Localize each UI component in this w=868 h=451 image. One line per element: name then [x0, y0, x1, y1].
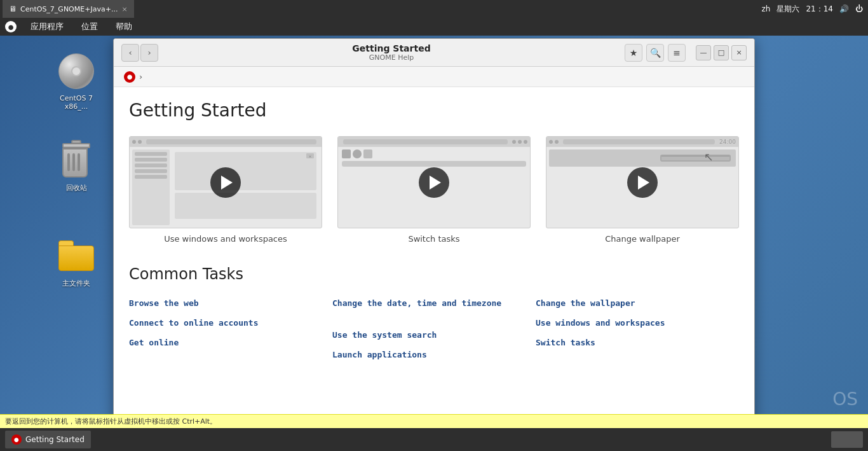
breadcrumb-arrow: › — [139, 72, 142, 81]
power-icon[interactable]: ⏻ — [855, 4, 863, 13]
menu-apps[interactable]: 应用程序 — [27, 20, 67, 34]
os-watermark: OS — [832, 389, 858, 410]
help-window: ‹ › Getting Started GNOME Help ★ 🔍 ≡ — [113, 38, 755, 431]
thumb-app-1 — [342, 149, 351, 158]
vm-topbar: 🖥 CentOS_7_GNOME+Java+... × zh 星期六 21：14… — [0, 0, 868, 18]
task-switch-tasks[interactable]: Switch tasks — [536, 333, 739, 352]
search-button[interactable]: 🔍 — [646, 44, 664, 62]
play-triangle-1 — [221, 176, 233, 190]
sidebar-item-3 — [135, 163, 167, 167]
video-card-switch[interactable]: Switch tasks — [337, 136, 531, 245]
maximize-icon: □ — [718, 48, 724, 57]
minimize-icon: — — [700, 48, 707, 57]
forward-icon: › — [147, 48, 151, 57]
trash-lid — [62, 143, 90, 148]
task-connect-online[interactable]: Connect to online accounts — [129, 313, 332, 333]
gnome-panel: ● 应用程序 位置 帮助 — [0, 18, 868, 36]
window-subtitle: GNOME Help — [369, 53, 414, 62]
status-text: 要返回到您的计算机，请将鼠标指针从虚拟机中移出或按 Ctrl+Alt。 — [5, 417, 217, 426]
video-label-3: Change wallpaper — [605, 233, 680, 245]
task-launch-apps[interactable]: Launch applications — [332, 345, 536, 364]
trash-icon-img — [56, 140, 97, 181]
minimize-button[interactable]: — — [696, 45, 711, 60]
folder-body — [58, 246, 94, 271]
content-area[interactable]: Getting Started — [114, 87, 754, 431]
titlebar-center: Getting Started GNOME Help — [163, 43, 620, 62]
thumb-topbar-3: 24:00 — [546, 137, 738, 147]
gnome-panel-left: ● 应用程序 位置 帮助 — [0, 20, 136, 34]
desktop-icon-disc[interactable]: CentOS 7 x86_... — [51, 51, 102, 111]
window-titlebar: ‹ › Getting Started GNOME Help ★ 🔍 ≡ — [114, 39, 754, 67]
taskbar-thumbnail[interactable] — [831, 431, 863, 448]
task-change-date[interactable]: Change the date, time and timezone — [332, 293, 536, 313]
video-thumbnail-windows[interactable]: × — [129, 136, 322, 228]
thumb-topbar-2 — [338, 137, 530, 147]
task-get-online[interactable]: Get online — [129, 333, 332, 352]
task-system-search[interactable]: Use the system search — [332, 325, 536, 345]
trash-visual — [62, 143, 90, 177]
lang-indicator: zh — [762, 4, 771, 13]
taskbar-app-button[interactable]: ● Getting Started — [5, 431, 91, 448]
trash-label: 回收站 — [66, 183, 87, 193]
vm-tab[interactable]: 🖥 CentOS_7_GNOME+Java+... × — [3, 0, 134, 18]
desktop-icon-folder[interactable]: 主文件夹 — [51, 235, 102, 288]
folder-visual — [58, 240, 94, 271]
menu-places[interactable]: 位置 — [78, 20, 102, 34]
task-change-wallpaper[interactable]: Change the wallpaper — [536, 293, 739, 313]
vm-tab-label: CentOS_7_GNOME+Java+... — [20, 5, 118, 13]
taskbar-app-icon: ● — [11, 434, 22, 445]
thumb-time: 24:00 — [719, 139, 736, 145]
cursor-icon: ↖ — [704, 150, 714, 163]
thumb-settings-panel — [660, 155, 731, 162]
thumb-wallpaper-bg: ↖ — [549, 149, 736, 167]
menu-button[interactable]: ≡ — [668, 44, 686, 62]
vm-close-icon[interactable]: × — [121, 5, 127, 13]
thumb-dot-7 — [555, 140, 559, 144]
video-thumbnail-switch[interactable] — [337, 136, 531, 228]
bookmark-button[interactable]: ★ — [625, 44, 642, 62]
sound-icon[interactable]: 🔊 — [839, 4, 849, 13]
topbar-left: 🖥 CentOS_7_GNOME+Java+... × — [0, 0, 137, 18]
breadcrumb-bar: ● › — [114, 67, 754, 87]
video-thumbnail-wallpaper[interactable]: 24:00 — [546, 136, 739, 228]
folder-label: 主文件夹 — [62, 279, 90, 288]
desktop-icon-trash[interactable]: 回收站 — [51, 140, 102, 193]
maximize-button[interactable]: □ — [714, 45, 729, 60]
close-button[interactable]: × — [731, 45, 747, 60]
gnome-breadcrumb-icon: ● — [124, 71, 135, 83]
play-triangle-2 — [430, 176, 441, 190]
window-title: Getting Started — [352, 43, 430, 53]
play-button-3[interactable] — [627, 167, 658, 198]
thumb-dot-2 — [138, 140, 142, 144]
thumb-sidebar-items — [132, 149, 170, 181]
play-button-2[interactable] — [419, 167, 449, 198]
back-button[interactable]: ‹ — [121, 44, 139, 62]
gnome-logo: ● — [5, 21, 17, 32]
thumb-app-2 — [353, 149, 362, 158]
taskbar-right — [831, 431, 863, 448]
thumb-close-btn: × — [306, 153, 314, 158]
disc-label: CentOS 7 x86_... — [51, 94, 102, 111]
statusbar: 要返回到您的计算机，请将鼠标指针从虚拟机中移出或按 Ctrl+Alt。 — [0, 414, 868, 428]
video-label-2: Switch tasks — [408, 233, 459, 245]
thumb-dot-6 — [549, 140, 553, 144]
video-card-wallpaper[interactable]: 24:00 — [546, 136, 739, 245]
menu-help[interactable]: 帮助 — [112, 20, 136, 34]
day-label: 星期六 — [776, 4, 799, 15]
common-tasks-title: Common Tasks — [129, 265, 739, 283]
task-use-windows[interactable]: Use windows and workspaces — [536, 313, 739, 333]
thumb-dot-4 — [518, 140, 522, 144]
thumb-topbar — [130, 137, 322, 147]
tasks-column-3: Change the wallpaper Use windows and wor… — [536, 293, 739, 364]
back-icon: ‹ — [128, 48, 132, 57]
forward-button[interactable]: › — [140, 44, 158, 62]
thumb-main-area: × — [172, 149, 319, 225]
play-triangle-3 — [638, 176, 649, 190]
disc-visual — [58, 53, 94, 89]
sidebar-item-2 — [135, 158, 167, 162]
thumb-panel-grid — [661, 156, 729, 160]
video-cards-row: × Use windows and workspaces — [129, 136, 739, 245]
task-browse-web[interactable]: Browse the web — [129, 293, 332, 313]
video-card-windows[interactable]: × Use windows and workspaces — [129, 136, 322, 245]
play-button-1[interactable] — [210, 167, 241, 198]
